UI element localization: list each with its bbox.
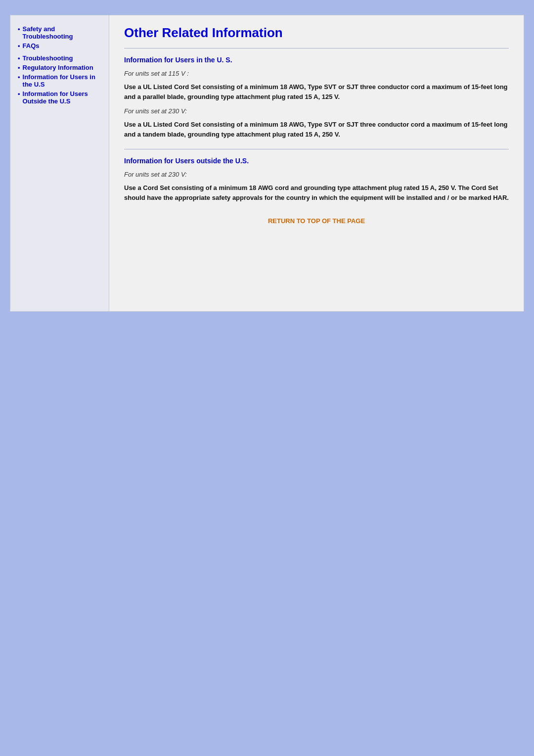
us-115v-intro: For units set at 115 V :	[124, 70, 509, 77]
sidebar-item-safety-troubleshooting[interactable]: Safety and Troubleshooting	[18, 25, 104, 40]
outside-230v-text: Use a Cord Set consisting of a minimum 1…	[124, 183, 509, 202]
us-115v-text: Use a UL Listed Cord Set consisting of a…	[124, 82, 509, 101]
sidebar-item-information-users-us[interactable]: Information for Users in the U.S	[18, 73, 104, 88]
content-area: Other Related Information Information fo…	[109, 15, 524, 311]
sidebar-link-faqs[interactable]: FAQs	[23, 42, 40, 49]
sidebar-link-troubleshooting[interactable]: Troubleshooting	[23, 54, 73, 62]
sidebar-link-regulatory-information[interactable]: Regulatory Information	[23, 64, 93, 71]
outside-us-section: Information for Users outside the U.S. F…	[124, 157, 509, 202]
sidebar-link-information-users-us[interactable]: Information for Users in the U.S	[23, 73, 104, 88]
us-230v-text: Use a UL Listed Cord Set consisting of a…	[124, 120, 509, 139]
sidebar-item-troubleshooting[interactable]: Troubleshooting	[18, 54, 104, 62]
return-to-top-link[interactable]: RETURN TO TOP OF THE PAGE	[124, 217, 509, 225]
us-section: Information for Users in the U. S. For u…	[124, 56, 509, 139]
sidebar-link-safety-troubleshooting[interactable]: Safety and Troubleshooting	[23, 25, 104, 40]
sidebar-item-regulatory-information[interactable]: Regulatory Information	[18, 64, 104, 71]
page-title: Other Related Information	[124, 25, 509, 41]
us-230v-intro: For units set at 230 V:	[124, 107, 509, 115]
main-container: Safety and Troubleshooting FAQs Troubles…	[10, 15, 524, 312]
us-115v-block: For units set at 115 V : Use a UL Listed…	[124, 70, 509, 101]
sidebar: Safety and Troubleshooting FAQs Troubles…	[10, 15, 109, 311]
sidebar-item-information-users-outside-us[interactable]: Information for Users Outside the U.S	[18, 90, 104, 105]
us-230v-block: For units set at 230 V: Use a UL Listed …	[124, 107, 509, 139]
sidebar-link-information-users-outside-us[interactable]: Information for Users Outside the U.S	[23, 90, 104, 105]
outside-230v-block: For units set at 230 V: Use a Cord Set c…	[124, 171, 509, 202]
outside-230v-intro: For units set at 230 V:	[124, 171, 509, 178]
divider-middle	[124, 149, 509, 149]
divider-top	[124, 48, 509, 48]
outside-us-section-title: Information for Users outside the U.S.	[124, 157, 509, 165]
us-section-title: Information for Users in the U. S.	[124, 56, 509, 64]
sidebar-item-faqs[interactable]: FAQs	[18, 42, 104, 49]
